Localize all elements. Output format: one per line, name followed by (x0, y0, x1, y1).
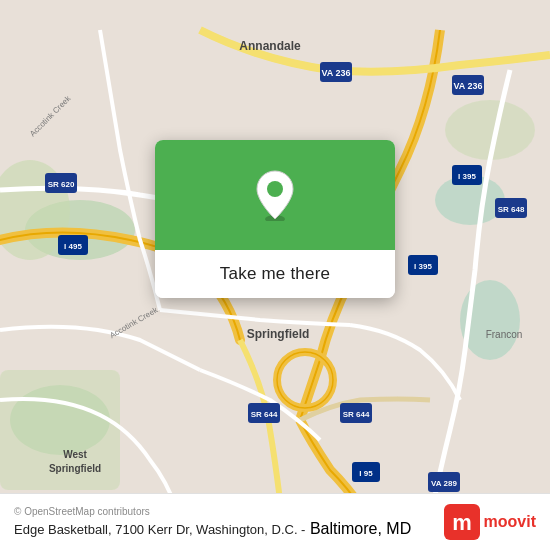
svg-text:West: West (63, 449, 87, 460)
location-name: Edge Basketball, 7100 Kerr Dr, Washingto… (14, 522, 305, 537)
location-name2: Baltimore, MD (310, 520, 411, 537)
svg-text:Springfield: Springfield (49, 463, 101, 474)
svg-text:I 95: I 95 (359, 469, 373, 478)
svg-text:I 495: I 495 (64, 242, 82, 251)
svg-text:VA 236: VA 236 (321, 68, 350, 78)
location-pin-icon (253, 169, 297, 221)
svg-text:VA 289: VA 289 (431, 479, 457, 488)
copyright-text: © OpenStreetMap contributors (14, 506, 411, 517)
svg-text:SR 620: SR 620 (48, 180, 75, 189)
svg-text:Springfield: Springfield (247, 327, 310, 341)
svg-text:VA 236: VA 236 (453, 81, 482, 91)
moovit-text: moovit (484, 513, 536, 531)
take-me-there-button[interactable]: Take me there (155, 250, 395, 298)
svg-text:SR 644: SR 644 (343, 410, 370, 419)
svg-text:Francon: Francon (486, 329, 523, 340)
svg-text:Accotink Creek: Accotink Creek (108, 305, 160, 340)
svg-text:SR 644: SR 644 (251, 410, 278, 419)
svg-text:I 395: I 395 (414, 262, 432, 271)
svg-text:m: m (452, 510, 472, 535)
moovit-icon: m (444, 504, 480, 540)
svg-text:I 395: I 395 (458, 172, 476, 181)
svg-text:Accotink Creek: Accotink Creek (28, 93, 73, 138)
navigation-card: Take me there (155, 140, 395, 298)
svg-point-39 (267, 181, 283, 197)
bottom-bar: © OpenStreetMap contributors Edge Basket… (0, 493, 550, 550)
svg-text:SR 648: SR 648 (498, 205, 525, 214)
location-info: Edge Basketball, 7100 Kerr Dr, Washingto… (14, 520, 411, 538)
bottom-info: © OpenStreetMap contributors Edge Basket… (14, 506, 411, 538)
map-container: VA 236 VA 236 I 495 I 395 I 395 SR 648 S… (0, 0, 550, 550)
card-map-area (155, 140, 395, 250)
moovit-logo: m moovit (444, 504, 536, 540)
svg-text:Annandale: Annandale (239, 39, 301, 53)
